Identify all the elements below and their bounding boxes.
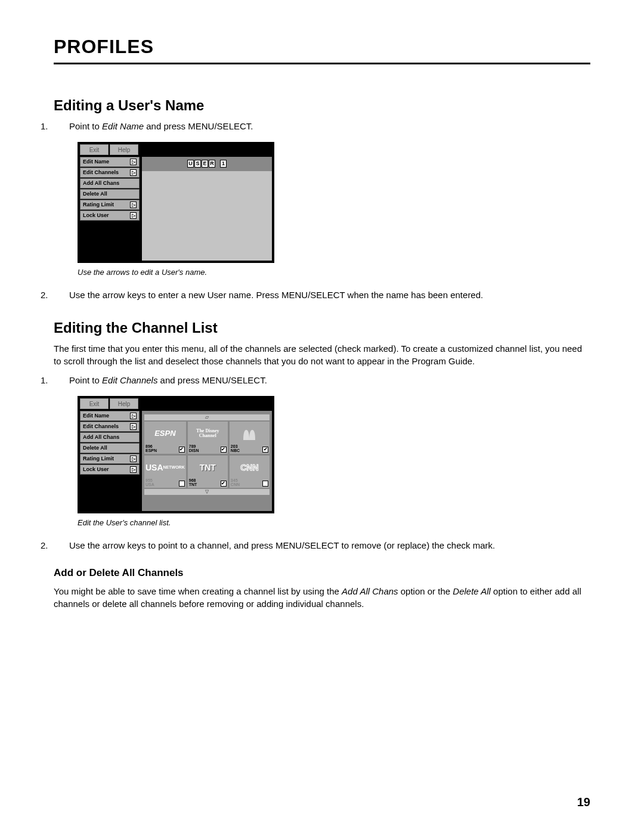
heading-edit-channels: Editing the Channel List	[54, 320, 590, 336]
channel-cell[interactable]: CNN 345CNN	[230, 456, 270, 488]
channel-code: CNN	[231, 482, 240, 487]
help-button[interactable]: Help	[110, 398, 138, 409]
page-number: 19	[577, 795, 590, 809]
name-entry-row[interactable]: U S E R 1	[142, 157, 272, 171]
text: option or the	[398, 586, 453, 596]
sidebar-item-edit-name[interactable]: Edit Name▷	[80, 157, 140, 167]
checkbox-icon[interactable]: ✔	[221, 447, 227, 453]
name-letter[interactable]: S	[194, 160, 201, 168]
sidebar-item-delete-all[interactable]: Delete All	[80, 189, 140, 199]
channel-cell[interactable]: ESPN 896ESPN✔	[144, 422, 186, 454]
label: Edit Channels	[83, 169, 119, 175]
channel-cell[interactable]: USANETWORK 955USA	[144, 456, 186, 488]
text-italic: Edit Channels	[102, 375, 157, 385]
sidebar: Edit Name▷ Edit Channels▷ Add All Chans …	[80, 411, 140, 511]
arrow-right-icon: ▷	[130, 212, 137, 219]
channel-cell[interactable]: TNT 968TNT✔	[188, 456, 228, 488]
checkbox-icon[interactable]	[179, 481, 185, 487]
exit-button[interactable]: Exit	[80, 144, 109, 155]
sidebar-item-edit-name[interactable]: Edit Name▷	[80, 411, 140, 421]
channel-code: USA	[145, 482, 154, 487]
sidebar-item-edit-channels[interactable]: Edit Channels▷	[80, 422, 140, 432]
screenshot-edit-channels: Exit Help Edit Name▷ Edit Channels▷ Add …	[78, 396, 590, 513]
sidebar-item-edit-channels[interactable]: Edit Channels▷	[80, 168, 140, 178]
label: Add All Chans	[83, 180, 119, 186]
channel-num: 789	[189, 444, 196, 448]
channel-cell[interactable]: 203NBC✔	[230, 422, 270, 454]
sidebar-item-add-all-chans[interactable]: Add All Chans	[80, 178, 140, 188]
channel-logo: CNN	[231, 457, 268, 478]
channel-cell[interactable]: The Disney Channel 789DISN✔	[188, 422, 228, 454]
arrow-right-icon: ▷	[130, 423, 137, 430]
sidebar-item-lock-user[interactable]: Lock User▷	[80, 465, 140, 475]
channel-logo: USANETWORK	[145, 457, 185, 478]
text: and press MENU/SELECT.	[144, 121, 253, 131]
channel-num: 955	[145, 478, 153, 482]
scroll-down-icon[interactable]: ▽	[144, 489, 270, 495]
edit-name-step-2: 2.Use the arrow keys to enter a new User…	[72, 289, 590, 302]
channel-code: ESPN	[145, 448, 157, 453]
text: and press MENU/SELECT.	[157, 375, 267, 385]
label: Lock User	[83, 466, 109, 472]
arrow-right-icon: ▷	[130, 456, 137, 462]
name-letter[interactable]: R	[209, 160, 215, 168]
sidebar: Edit Name▷ Edit Channels▷ Add All Chans …	[80, 157, 140, 261]
sidebar-item-lock-user[interactable]: Lock User▷	[80, 210, 140, 221]
help-button[interactable]: Help	[110, 144, 138, 155]
text: Use the arrow keys to enter a new User n…	[69, 290, 483, 300]
label: Rating Limit	[83, 202, 114, 208]
name-letter[interactable]: 1	[220, 160, 227, 168]
text-italic: Add All Chans	[342, 586, 398, 596]
arrow-right-icon: ▷	[130, 413, 137, 419]
caption-edit-name: Use the arrows to edit a User's name.	[78, 268, 590, 277]
channel-code: DISN	[189, 448, 199, 453]
text-italic: Delete All	[453, 586, 491, 596]
arrow-right-icon: ▷	[130, 466, 137, 473]
edit-name-step-1: 1.Point to Edit Name and press MENU/SELE…	[72, 120, 590, 133]
heading-edit-name: Editing a User's Name	[54, 97, 590, 114]
sidebar-item-rating-limit[interactable]: Rating Limit▷	[80, 454, 140, 464]
channel-num: 968	[189, 478, 196, 482]
label: Add All Chans	[83, 434, 119, 440]
text: Use the arrow keys to point to a channel…	[69, 540, 495, 550]
label: Edit Channels	[83, 423, 119, 429]
label: Delete All	[83, 191, 107, 197]
text: You might be able to save time when crea…	[54, 586, 342, 596]
screenshot-edit-name: Exit Help Edit Name▷ Edit Channels▷ Add …	[78, 142, 590, 263]
channel-num: 203	[231, 444, 238, 448]
label: Delete All	[83, 445, 107, 451]
channel-logo: TNT	[189, 457, 227, 478]
channel-code: NBC	[231, 448, 240, 453]
label: Edit Name	[83, 159, 109, 165]
channel-logo: The Disney Channel	[189, 423, 227, 444]
channel-code: TNT	[189, 482, 197, 487]
checkbox-icon[interactable]	[262, 481, 268, 487]
text: Point to	[69, 121, 102, 131]
edit-channels-step-2: 2.Use the arrow keys to point to a chann…	[72, 539, 590, 552]
exit-button[interactable]: Exit	[80, 398, 109, 409]
text-italic: Edit Name	[102, 121, 144, 131]
channel-num: 345	[231, 478, 238, 482]
label: Lock User	[83, 212, 109, 218]
label: Edit Name	[83, 413, 109, 419]
channel-grid-pane: ▱ ESPN 896ESPN✔ The Disney Channel 789DI…	[142, 411, 272, 511]
caption-edit-channels: Edit the User's channel list.	[78, 518, 590, 527]
name-letter[interactable]: E	[202, 160, 208, 168]
name-letter[interactable]: U	[187, 160, 194, 168]
checkbox-icon[interactable]: ✔	[262, 447, 268, 453]
edit-channels-step-1: 1.Point to Edit Channels and press MENU/…	[72, 374, 590, 387]
arrow-right-icon: ▷	[130, 202, 137, 208]
page-title: PROFILES	[54, 36, 590, 58]
sidebar-item-delete-all[interactable]: Delete All	[80, 443, 140, 453]
sidebar-item-add-all-chans[interactable]: Add All Chans	[80, 432, 140, 442]
text: Point to	[69, 375, 102, 385]
checkbox-icon[interactable]: ✔	[221, 481, 227, 487]
channel-logo	[231, 423, 268, 444]
arrow-right-icon: ▷	[130, 159, 137, 165]
checkbox-icon[interactable]: ✔	[179, 447, 185, 453]
scroll-up-icon[interactable]: ▱	[144, 414, 270, 420]
sidebar-item-rating-limit[interactable]: Rating Limit▷	[80, 200, 140, 210]
main-pane: U S E R 1	[142, 157, 272, 261]
title-rule	[54, 63, 590, 64]
channel-logo: ESPN	[145, 423, 185, 444]
